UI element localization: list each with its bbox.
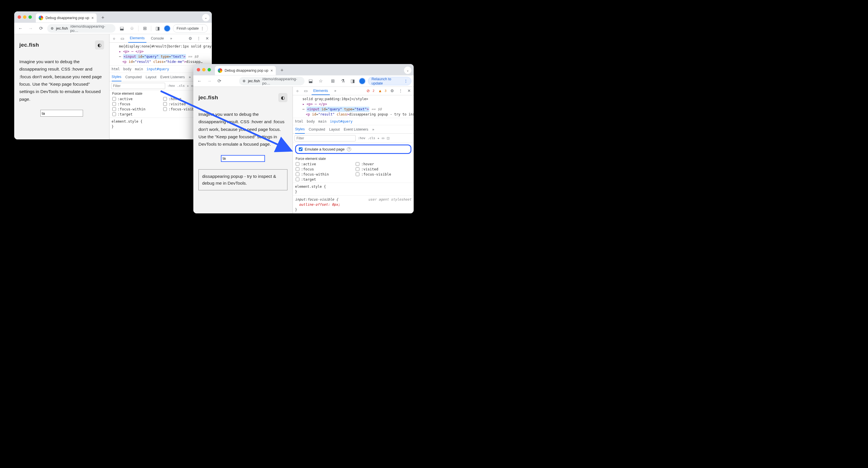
hov-toggle[interactable]: :hov (358, 136, 366, 140)
state-hover[interactable]: :hover (356, 162, 411, 166)
state-visited[interactable]: :visited (356, 167, 411, 171)
tab-more[interactable]: » (333, 87, 338, 95)
cls-toggle[interactable]: .cls (177, 84, 185, 88)
update-button[interactable]: Finish update⋮ (173, 24, 208, 33)
css-rule-ua[interactable]: user agent stylesheet input:focus-visibl… (293, 196, 414, 213)
emulate-focused-checkbox[interactable] (299, 147, 303, 151)
back-button[interactable]: ← (196, 77, 203, 85)
state-target[interactable]: :target (112, 112, 158, 116)
subtab-event-listeners[interactable]: Event Listeners (160, 73, 185, 81)
styles-filter-input[interactable] (111, 83, 165, 89)
state-active[interactable]: :active (112, 97, 158, 101)
profile-avatar[interactable] (359, 78, 365, 85)
dom-tree[interactable]: solid gray;padding:10px}</style> ▸ <p> ⋯… (293, 95, 414, 118)
device-toolbar-icon[interactable]: ▭ (120, 36, 125, 41)
subtab-more[interactable]: » (189, 73, 191, 81)
address-bar[interactable]: ⚙ jec.fish/demo/disappearing-po… (239, 77, 305, 85)
subtab-styles[interactable]: Styles (112, 73, 121, 81)
subtab-styles[interactable]: Styles (295, 125, 305, 134)
state-focus[interactable]: :focus (296, 167, 351, 171)
extensions-button[interactable]: ⊞ (329, 77, 337, 85)
close-tab-button[interactable]: × (92, 16, 94, 20)
reload-button[interactable]: ⟳ (216, 77, 223, 85)
tab-console[interactable]: Console (149, 34, 166, 42)
close-tab-button[interactable]: × (271, 68, 273, 73)
new-tab-button[interactable]: + (278, 66, 286, 74)
address-bar[interactable]: ⚙ jec.fish/demo/disappearing-po… (47, 24, 116, 33)
inspect-icon[interactable]: ⟐ (111, 36, 117, 41)
bookmark-button[interactable]: ☆ (128, 25, 136, 32)
browser-tab[interactable]: Debug disappearing pop up × (215, 66, 276, 75)
dom-tree[interactable]: me{display:none}#result{border:1px solid… (110, 43, 212, 65)
site-settings-icon[interactable]: ⚙ (51, 26, 54, 30)
close-window-button[interactable] (197, 68, 200, 71)
subtab-event-listeners[interactable]: Event Listeners (344, 125, 368, 134)
close-window-button[interactable] (18, 16, 21, 19)
profile-avatar[interactable] (164, 25, 170, 32)
close-devtools-button[interactable]: ✕ (406, 88, 412, 93)
minimize-window-button[interactable] (202, 68, 206, 71)
settings-icon[interactable]: ⚙ (389, 88, 395, 93)
extensions-button[interactable]: ⊞ (141, 25, 149, 32)
maximize-window-button[interactable] (28, 16, 32, 19)
state-focus-within[interactable]: :focus-within (296, 172, 351, 176)
close-devtools-button[interactable]: ✕ (205, 36, 210, 41)
tab-elements[interactable]: Elements (312, 87, 330, 95)
device-toolbar-icon[interactable]: ▭ (303, 88, 309, 93)
install-button[interactable]: ⬓ (307, 77, 314, 85)
warnings-icon[interactable]: ▲ (377, 88, 383, 93)
subtab-more[interactable]: » (372, 125, 374, 134)
computed-toggle-icon[interactable]: ▭ (381, 136, 384, 140)
labs-button[interactable]: ⚗ (339, 77, 347, 85)
css-rules[interactable]: element.style { } (293, 183, 414, 196)
update-button[interactable]: Relaunch to update⋮ (368, 77, 411, 85)
subtab-layout[interactable]: Layout (146, 73, 156, 81)
help-icon[interactable]: ? (347, 147, 351, 151)
forward-button[interactable]: → (27, 25, 35, 32)
more-menu-icon[interactable]: ⋮ (398, 88, 403, 93)
cls-toggle[interactable]: .cls (368, 136, 375, 140)
tab-more[interactable]: » (168, 34, 174, 42)
new-style-button[interactable]: + (378, 137, 379, 140)
layout-tool-icon[interactable]: ◫ (387, 136, 390, 140)
sidepanel-button[interactable]: ◨ (349, 77, 356, 85)
dom-breadcrumb[interactable]: html body main input#query (293, 118, 414, 125)
hov-toggle[interactable]: :hov (167, 84, 175, 88)
back-button[interactable]: ← (17, 25, 25, 32)
state-target[interactable]: :target (296, 177, 351, 181)
sidepanel-button[interactable]: ◨ (154, 25, 161, 32)
browser-tab[interactable]: Debug disappearing pop up × (36, 13, 97, 23)
tab-elements[interactable]: Elements (128, 34, 147, 43)
inspect-icon[interactable]: ⟐ (294, 88, 300, 93)
new-tab-button[interactable]: + (99, 14, 107, 22)
query-input[interactable] (40, 110, 83, 117)
subtab-computed[interactable]: Computed (125, 73, 142, 81)
tab-search-button[interactable]: ⌄ (404, 66, 411, 74)
state-focus-within[interactable]: :focus-within (112, 107, 158, 111)
install-button[interactable]: ⬓ (118, 25, 126, 32)
new-style-button[interactable]: + (187, 84, 189, 88)
query-input[interactable] (221, 155, 265, 162)
maximize-window-button[interactable] (208, 68, 211, 71)
page-content: jec.fish ◐ Imagine you want to debug the… (193, 87, 292, 213)
state-focus-visible[interactable]: :focus-visible (356, 172, 411, 176)
site-brand[interactable]: jec.fish (198, 94, 218, 101)
theme-toggle[interactable]: ◐ (278, 93, 287, 102)
state-active[interactable]: :active (296, 162, 351, 166)
minimize-window-button[interactable] (23, 16, 26, 19)
styles-filter-input[interactable] (294, 135, 356, 141)
subtab-layout[interactable]: Layout (329, 125, 340, 134)
errors-icon[interactable]: ⊘ (365, 88, 371, 93)
bookmark-button[interactable]: ☆ (317, 77, 324, 85)
reload-button[interactable]: ⟳ (37, 25, 45, 32)
tab-search-button[interactable]: ⌄ (202, 14, 210, 21)
site-brand[interactable]: jec.fish (19, 42, 39, 48)
subtab-computed[interactable]: Computed (309, 125, 325, 134)
settings-icon[interactable]: ⚙ (187, 36, 193, 41)
forward-button[interactable]: → (206, 77, 213, 85)
site-settings-icon[interactable]: ⚙ (243, 79, 246, 83)
more-menu-icon[interactable]: ⋮ (196, 36, 202, 41)
emulate-focused-page[interactable]: Emulate a focused page ? (295, 145, 411, 154)
state-focus[interactable]: :focus (112, 102, 158, 106)
theme-toggle[interactable]: ◐ (95, 40, 104, 50)
